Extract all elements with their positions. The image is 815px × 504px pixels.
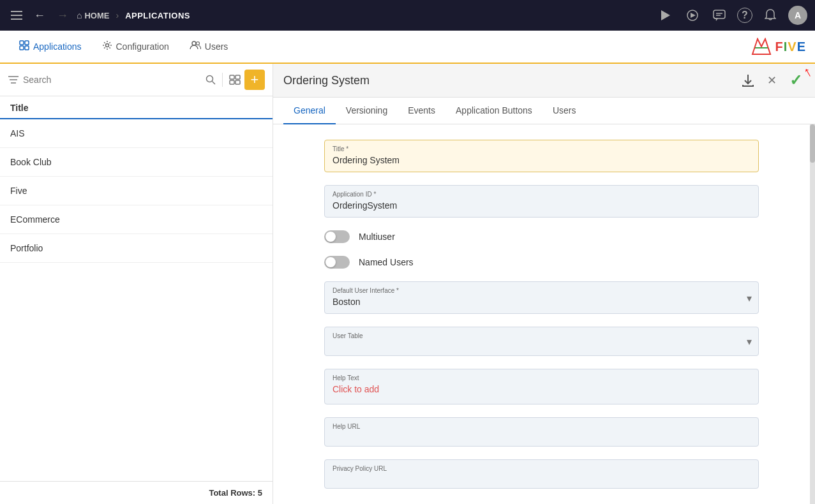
help-text-label: Help Text [333,372,751,382]
preview-icon[interactable] [684,6,701,24]
search-input[interactable] [23,69,202,91]
top-nav-right: ? A [657,6,807,25]
sidebar-item-bookclub[interactable]: Book Club [0,148,273,177]
nav-tab-applications[interactable]: Applications [10,35,91,58]
tab-users[interactable]: Users [542,98,587,124]
help-url-label: Help URL [333,420,751,430]
svg-rect-24 [236,75,240,79]
svg-point-13 [105,44,108,47]
back-icon[interactable]: ← [31,6,49,24]
add-button[interactable]: + [244,70,265,90]
named-users-knob [325,257,336,267]
notifications-icon[interactable] [761,6,779,24]
sidebar-header: Title [0,96,273,119]
default-ui-value: Boston [333,297,735,307]
named-users-toggle[interactable] [324,256,350,269]
user-table-arrow: ▾ [747,336,752,348]
multiuser-label: Multiuser [359,232,395,242]
svg-rect-10 [25,41,29,45]
default-ui-arrow: ▾ [747,292,752,304]
nav-tab-users[interactable]: Users [181,36,237,57]
menu-icon[interactable] [8,6,26,24]
svg-point-21 [207,76,213,82]
appid-input[interactable] [333,200,751,211]
help-text-field: Help Text Click to add [324,369,759,404]
title-input[interactable] [333,155,751,165]
main-layout: + Title AIS Book Club Five ECommerce Por… [0,64,815,504]
sidebar-item-five[interactable]: Five [0,177,273,205]
default-ui-field: Default User Interface * Boston ▾ [324,281,759,314]
named-users-label: Named Users [359,257,414,267]
multiuser-toggle[interactable] [324,230,350,243]
svg-marker-3 [661,10,670,20]
sidebar-item-ais[interactable]: AIS [0,119,273,148]
home-nav[interactable]: ⌂ HOME [77,10,109,20]
scrollbar-thumb[interactable] [810,124,815,163]
nav-tab-configuration-label: Configuration [116,41,169,52]
search-icon[interactable] [206,75,216,85]
tab-general[interactable]: General [283,98,336,124]
close-button[interactable]: ✕ [765,71,779,90]
title-field: Title * [324,140,759,172]
chat-icon[interactable] [710,6,728,24]
sidebar-list: AIS Book Club Five ECommerce Portfolio [0,119,273,481]
sidebar: + Title AIS Book Club Five ECommerce Por… [0,64,273,504]
sidebar-item-portfolio[interactable]: Portfolio [0,234,273,263]
tab-application-buttons[interactable]: Application Buttons [445,98,542,124]
five-logo: F I V E [751,38,805,56]
content-header: Ordering System ✕ ✓ ↑ [273,64,815,98]
svg-rect-2 [11,19,22,20]
privacy-policy-field: Privacy Policy URL [324,459,759,489]
svg-line-22 [213,82,216,85]
svg-marker-16 [752,39,770,54]
user-table-field: User Table ▾ [324,327,759,356]
secondary-nav: Applications Configuration Users F I [0,31,815,64]
svg-rect-12 [25,46,29,50]
toggle-knob [325,232,336,242]
sidebar-footer: Total Rows: 5 [0,481,273,504]
form-content: Title * Application ID * [273,124,810,504]
sidebar-item-ecommerce[interactable]: ECommerce [0,205,273,234]
svg-rect-9 [20,41,24,45]
tabs-bar: General Versioning Events Application Bu… [273,98,815,124]
download-button[interactable] [739,71,757,90]
expand-icon[interactable] [229,75,241,85]
user-avatar[interactable]: A [788,6,807,25]
svg-rect-11 [20,46,24,50]
content-title: Ordering System [283,74,731,87]
help-url-field: Help URL [324,417,759,447]
svg-marker-5 [691,13,696,18]
forward-icon[interactable]: → [54,6,71,24]
default-ui-label: Default User Interface * [333,285,735,294]
appid-field: Application ID * [324,185,759,218]
multiuser-row: Multiuser [324,230,759,243]
home-label: HOME [84,11,109,20]
nav-tab-applications-label: Applications [33,41,82,52]
config-icon [102,40,112,53]
tab-events[interactable]: Events [398,98,445,124]
user-table-label: User Table [333,330,735,339]
svg-rect-23 [230,75,234,79]
title-label: Title * [333,143,751,152]
svg-rect-25 [230,80,234,84]
nav-tab-configuration[interactable]: Configuration [93,35,178,58]
vertical-scrollbar[interactable] [810,124,815,504]
play-icon[interactable] [657,6,675,24]
svg-rect-0 [11,11,22,12]
applications-icon [19,40,29,53]
sidebar-toolbar: + [0,64,273,96]
apps-breadcrumb: APPLICATIONS [125,11,190,20]
privacy-policy-label: Privacy Policy URL [333,463,751,472]
home-icon: ⌂ [77,10,82,20]
svg-point-15 [196,42,199,45]
filter-icon[interactable] [8,75,19,84]
svg-point-14 [192,41,196,45]
help-icon[interactable]: ? [737,8,752,23]
appid-label: Application ID * [333,188,751,198]
save-button[interactable]: ✓ [787,69,805,92]
breadcrumb-sep: › [116,10,119,20]
named-users-row: Named Users [324,256,759,269]
help-text-value[interactable]: Click to add [333,384,751,394]
tab-versioning[interactable]: Versioning [336,98,398,124]
nav-tab-users-label: Users [205,41,228,52]
